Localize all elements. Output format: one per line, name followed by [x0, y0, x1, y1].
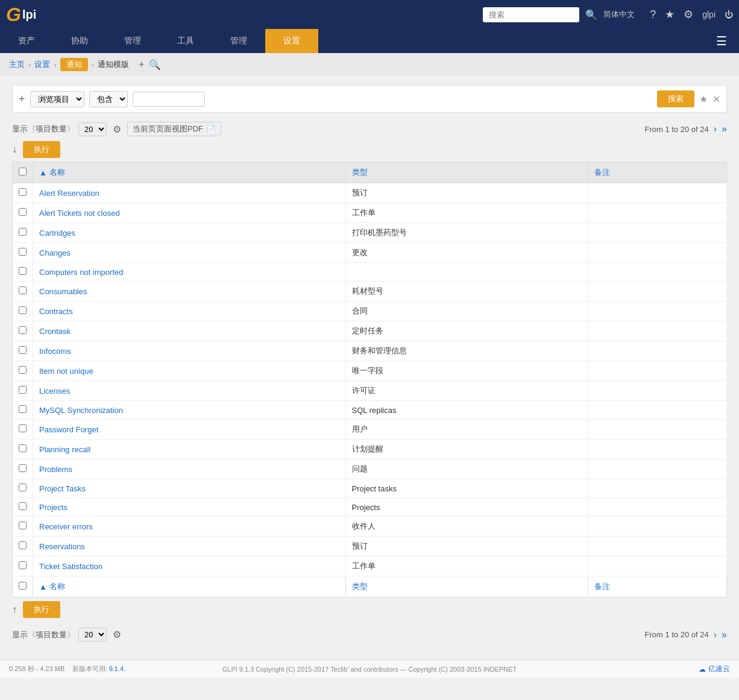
filter-view-select[interactable]: 浏览项目 [30, 91, 84, 107]
breadcrumb: 主页 › 设置 › 通知 › 通知模版 + 🔍 [0, 53, 739, 76]
row-checkbox[interactable] [19, 346, 27, 354]
row-checkbox[interactable] [19, 228, 27, 236]
question-icon[interactable]: ? [650, 8, 656, 21]
row-name-link[interactable]: Infocoms [39, 347, 71, 356]
row-name-link[interactable]: Planning recall [39, 445, 90, 454]
items-per-page-select-bottom[interactable]: 20 [78, 628, 107, 642]
row-name-link[interactable]: Reservations [39, 542, 85, 551]
row-name-link[interactable]: Changes [39, 248, 71, 257]
row-checkbox[interactable] [19, 561, 27, 569]
items-per-page-select[interactable]: 20 [78, 122, 107, 136]
tf-type-link[interactable]: 类型 [352, 581, 582, 592]
row-name-link[interactable]: Project Tasks [39, 484, 86, 493]
breadcrumb-settings[interactable]: 设置 [34, 59, 50, 70]
th-type-link[interactable]: 类型 [352, 167, 582, 178]
row-checkbox[interactable] [19, 267, 27, 275]
row-name-link[interactable]: Projects [39, 503, 68, 512]
nav-item-assist[interactable]: 协助 [53, 29, 106, 53]
row-checkbox-cell [13, 440, 33, 459]
th-notes-link[interactable]: 备注 [594, 167, 720, 178]
row-name-link[interactable]: MySQL Synchronization [39, 406, 123, 415]
nav-item-assets[interactable]: 资产 [0, 29, 53, 53]
table-footer-row: ▲ 名称 类型 备注 [13, 576, 727, 598]
row-name-link[interactable]: Alert Tickets not closed [39, 209, 120, 218]
star-icon[interactable]: ★ [665, 8, 675, 21]
logo[interactable]: G lpi [6, 5, 36, 24]
row-name-cell: Infocoms [33, 341, 346, 361]
next-page-button-top[interactable]: › [714, 124, 717, 134]
row-checkbox[interactable] [19, 366, 27, 374]
row-checkbox[interactable] [19, 188, 27, 196]
row-checkbox[interactable] [19, 502, 27, 510]
table-settings-icon[interactable]: ⚙ [113, 124, 121, 135]
row-checkbox[interactable] [19, 286, 27, 294]
last-page-button-bottom[interactable]: » [722, 629, 727, 640]
row-checkbox[interactable] [19, 464, 27, 472]
row-name-link[interactable]: Consumables [39, 287, 87, 296]
row-checkbox-cell [13, 537, 33, 557]
pdf-export-button[interactable]: 当前页页面视图PDF 📄 [127, 122, 221, 136]
nav-bar: 资产 协助 管理 工具 管理 设置 ☰ [0, 29, 739, 53]
tf-notes-link[interactable]: 备注 [594, 581, 720, 592]
row-name-link[interactable]: Alert Reservation [39, 189, 99, 198]
sort-down-icon[interactable]: ↓ [12, 144, 17, 155]
version-link[interactable]: 9.1.4. [109, 665, 126, 672]
execute-button-bottom[interactable]: 执行 [23, 601, 60, 618]
row-checkbox[interactable] [19, 306, 27, 314]
sort-up-icon[interactable]: ↑ [12, 604, 17, 615]
search-input[interactable] [483, 7, 579, 22]
row-name-link[interactable]: Contracts [39, 307, 73, 316]
next-page-button-bottom[interactable]: › [714, 629, 717, 640]
th-name-link[interactable]: ▲ 名称 [39, 167, 339, 178]
nav-item-tools[interactable]: 工具 [159, 29, 212, 53]
filter-add-button[interactable]: + [19, 93, 25, 106]
breadcrumb-add-icon[interactable]: + [139, 59, 144, 71]
row-name-link[interactable]: Ticket Satisfaction [39, 562, 102, 571]
nav-item-settings[interactable]: 设置 [265, 29, 318, 53]
execute-button-top[interactable]: 执行 [23, 141, 60, 158]
table-row: ProjectsProjects [13, 498, 727, 517]
nav-item-admin[interactable]: 管理 [212, 29, 265, 53]
row-checkbox[interactable] [19, 326, 27, 334]
row-checkbox[interactable] [19, 386, 27, 394]
language-selector[interactable]: 简体中文 [603, 9, 635, 20]
row-name-link[interactable]: Computers not imported [39, 268, 123, 277]
row-name-link[interactable]: Password Forget [39, 425, 98, 434]
last-page-button-top[interactable]: » [722, 124, 727, 134]
nav-item-manage[interactable]: 管理 [106, 29, 159, 53]
username-label[interactable]: glpi [702, 10, 715, 19]
table-settings-icon-bottom[interactable]: ⚙ [113, 629, 121, 640]
breadcrumb-home[interactable]: 主页 [9, 59, 25, 70]
row-checkbox[interactable] [19, 208, 27, 216]
hamburger-menu[interactable]: ☰ [704, 29, 739, 53]
row-checkbox[interactable] [19, 541, 27, 549]
tf-name-link[interactable]: ▲ 名称 [39, 581, 339, 592]
filter-text-input[interactable] [133, 92, 205, 107]
filter-star-icon[interactable]: ★ [699, 93, 708, 105]
row-name-link[interactable]: Problems [39, 465, 72, 474]
filter-contains-select[interactable]: 包含 [89, 91, 128, 107]
row-name-link[interactable]: Item not unique [39, 367, 93, 376]
power-icon[interactable]: ⏻ [725, 10, 733, 19]
filter-clear-icon[interactable]: ✕ [712, 93, 720, 105]
row-checkbox[interactable] [19, 248, 27, 256]
row-name-link[interactable]: Cartridges [39, 229, 75, 238]
row-name-link[interactable]: Receiver errors [39, 522, 93, 531]
gear-icon[interactable]: ⚙ [684, 8, 693, 21]
select-all-checkbox[interactable] [19, 168, 27, 175]
page-range-top: From 1 to 20 of 24 › » [645, 124, 727, 134]
breadcrumb-notification[interactable]: 通知 [60, 58, 88, 71]
select-all-checkbox-bottom[interactable] [19, 582, 27, 590]
row-name-link[interactable]: Licenses [39, 386, 70, 396]
search-icon[interactable]: 🔍 [585, 9, 597, 20]
row-checkbox[interactable] [19, 405, 27, 413]
row-checkbox[interactable] [19, 424, 27, 432]
table-row: MySQL SynchronizationSQL replicas [13, 401, 727, 420]
row-checkbox[interactable] [19, 522, 27, 529]
row-checkbox[interactable] [19, 444, 27, 452]
row-name-link[interactable]: Crontask [39, 327, 71, 336]
breadcrumb-search-icon[interactable]: 🔍 [149, 59, 161, 71]
row-name-cell: Projects [33, 498, 346, 517]
search-button[interactable]: 搜索 [657, 90, 694, 107]
row-checkbox[interactable] [19, 484, 27, 491]
